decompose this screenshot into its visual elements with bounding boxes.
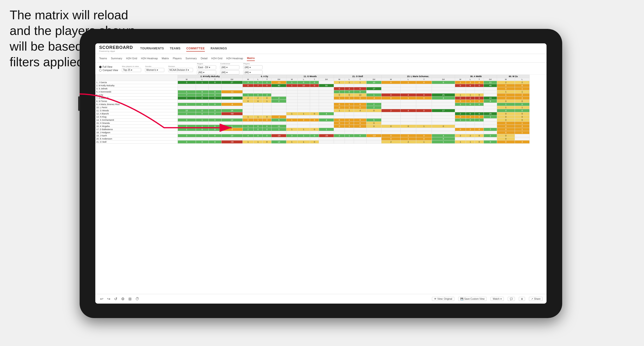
subnav-h2h-grid2[interactable]: H2H Grid (211, 56, 222, 61)
row-player-name: 2. M Kelly Mulcahy (96, 84, 178, 87)
matrix-cell-empty (272, 112, 286, 115)
matrix-cell-empty (286, 90, 297, 93)
clock-button[interactable]: ⏱ (134, 296, 140, 302)
refresh-button[interactable]: ↺ (113, 296, 118, 302)
row-player-name: 5. A Nomrowski (96, 90, 178, 93)
matrix-cell-empty (416, 84, 432, 87)
matrix-cell: 2 (272, 97, 286, 100)
matrix-cell: 0 (497, 87, 515, 90)
matrix-content[interactable]: 2. M Kelly Mulcahy 6. A Dy 11. G Woods 2… (95, 75, 546, 294)
settings-button[interactable]: ⚙ (120, 296, 126, 302)
matrix-cell-empty (382, 128, 400, 131)
matrix-cell-empty (484, 109, 497, 112)
subnav-summary[interactable]: Summary (111, 56, 122, 61)
subnav-teams[interactable]: Teams (99, 56, 107, 61)
division-select[interactable]: NCAA Division II ▾ (168, 68, 193, 72)
comment-button[interactable]: 💬 (508, 297, 515, 301)
row-player-name: 19. J Karrh (96, 134, 178, 137)
matrix-cell-empty (334, 128, 345, 131)
region-select[interactable]: East - DII ▾ (197, 65, 216, 69)
col-2-l: L (196, 78, 208, 81)
players-select[interactable]: (All) ▾ (243, 65, 262, 69)
matrix-cell: 1 (243, 115, 254, 119)
view-original-button[interactable]: 👁 View: Original (432, 297, 454, 301)
matrix-cell: 0 (475, 115, 484, 119)
table-row: 11. G Woods10001411402401740 (96, 109, 530, 112)
matrix-cell-empty (319, 115, 334, 119)
matrix-cell: 0 (497, 125, 515, 128)
matrix-cell: 10 (297, 84, 310, 87)
matrix-cell: 4 (243, 134, 254, 137)
matrix-cell-empty (455, 106, 466, 109)
col-38-w: W (455, 78, 466, 81)
full-view-option[interactable]: Full View (99, 66, 118, 68)
nav-tournaments[interactable]: TOURNAMENTS (140, 46, 164, 52)
matrix-cell: 4 (466, 97, 474, 100)
matrix-cell-empty (319, 90, 334, 93)
redo-button[interactable]: ↪ (106, 296, 111, 302)
matrix-cell-empty (319, 131, 334, 134)
matrix-cell: 0 (243, 100, 254, 103)
subnav-matrix2[interactable]: Matrix (247, 56, 254, 61)
watch-button[interactable]: Watch ▾ (490, 297, 504, 301)
matrix-cell: 25 (432, 93, 455, 97)
matrix-cell: 0 (475, 128, 484, 131)
matrix-cell-empty (243, 109, 254, 112)
save-custom-button[interactable]: 💾 Save Custom View (458, 297, 487, 301)
col-60-w: W (497, 78, 515, 81)
full-view-radio[interactable] (99, 66, 102, 68)
matrix-cell: 2 (400, 141, 416, 144)
matrix-cell-empty (178, 137, 196, 141)
nav-rankings[interactable]: RANKINGS (211, 46, 227, 52)
matrix-cell: 0 (196, 128, 208, 131)
subnav-h2h-grid[interactable]: H2H Grid (126, 56, 137, 61)
matrix-cell: 1 (319, 128, 334, 131)
matrix-cell-empty (416, 119, 432, 122)
matrix-cell: 1 (345, 134, 354, 137)
share-label: Share (534, 298, 540, 300)
matrix-cell-empty (345, 141, 354, 144)
nav-committee[interactable]: COMMITTEE (186, 46, 205, 52)
tablet-side-button (78, 96, 80, 111)
matrix-cell: 1 (286, 128, 297, 131)
conference-sub-select[interactable]: (All) ▾ (220, 70, 239, 74)
compact-view-radio[interactable] (99, 69, 102, 72)
matrix-cell: 25 (484, 112, 497, 115)
matrix-cell: 0 (515, 109, 530, 112)
region-sub-select[interactable]: (All) ▾ (197, 70, 216, 74)
matrix-cell-empty (400, 103, 416, 106)
zoom-button[interactable]: ⊞ (128, 296, 132, 302)
undo-button[interactable]: ↩ (99, 296, 104, 302)
matrix-cell: 2 (243, 128, 254, 131)
matrix-cell: 0 (455, 84, 466, 87)
matrix-cell-empty (208, 115, 221, 119)
matrix-cell: 1 (466, 93, 474, 97)
matrix-cell-empty (243, 122, 254, 125)
grid-button[interactable]: ⊞ (519, 297, 525, 301)
max-players-select[interactable]: Top 25 ▾ (122, 68, 141, 72)
matrix-cell-empty (286, 122, 297, 125)
compact-view-option[interactable]: Compact View (99, 69, 118, 72)
full-view-label: Full View (102, 66, 112, 68)
subnav-h2h-heatmap[interactable]: H2H Heatmap (141, 56, 158, 61)
matrix-cell: 0 (208, 103, 221, 106)
matrix-cell-empty (400, 131, 416, 134)
matrix-cell-empty (196, 106, 208, 109)
matrix-cell-empty (400, 100, 416, 103)
gender-select[interactable]: Women's ▾ (145, 68, 164, 72)
subnav-h2h-heatmap2[interactable]: H2H Heatmap (226, 56, 243, 61)
subnav-players[interactable]: Players (173, 56, 182, 61)
conference-select[interactable]: (All) ▾ (220, 65, 239, 69)
subnav-matrix[interactable]: Matrix (162, 56, 169, 61)
nav-teams[interactable]: TEAMS (170, 46, 181, 52)
matrix-cell-empty (272, 106, 286, 109)
share-button[interactable]: ↗ Share (529, 297, 543, 301)
matrix-cell: 11 (272, 125, 286, 128)
subnav-summary2[interactable]: Summary (186, 56, 197, 61)
matrix-cell: 0 (497, 84, 515, 87)
matrix-cell: 1 (497, 103, 515, 106)
players-sub-select[interactable]: (All) ▾ (243, 70, 262, 74)
matrix-cell: 6 (515, 84, 530, 87)
matrix-cell: 3 (286, 134, 297, 137)
subnav-detail[interactable]: Detail (201, 56, 208, 61)
